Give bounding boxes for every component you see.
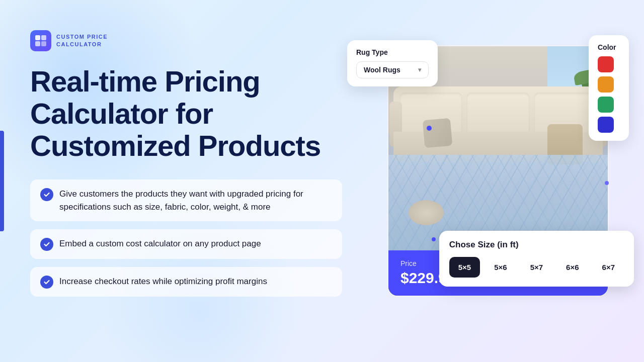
logo-area: CUSTOM PRICE CALCULATOR <box>30 30 342 51</box>
logo-text: CUSTOM PRICE CALCULATOR <box>56 33 108 49</box>
rug-type-value: Wool Rugs <box>364 66 400 74</box>
right-panel: Price $229.99 Rug Type Wool Rugs ▾ Color… <box>347 25 629 337</box>
size-card: Chose Size (in ft) 5×5 5×6 5×7 6×6 6×7 <box>439 231 634 287</box>
color-swatch-green[interactable] <box>598 97 614 113</box>
dropdown-arrow-icon: ▾ <box>418 66 421 73</box>
connector-dot-3 <box>432 237 436 241</box>
svg-rect-0 <box>35 35 40 40</box>
feature-text-2: Embed a custom cost calculator on any pr… <box>59 237 261 250</box>
features-list: Give customers the products they want wi… <box>30 179 342 297</box>
size-option-6x7[interactable]: 6×7 <box>593 257 624 278</box>
check-icon-2 <box>40 238 53 251</box>
color-label: Color <box>598 43 620 51</box>
size-option-5x5[interactable]: 5×5 <box>449 257 480 278</box>
svg-rect-1 <box>41 35 46 40</box>
color-swatch-orange[interactable] <box>598 76 614 93</box>
size-card-title: Chose Size (in ft) <box>449 240 624 250</box>
accent-bar <box>0 131 4 231</box>
size-options: 5×5 5×6 5×7 6×6 6×7 <box>449 257 624 278</box>
feature-item-2: Embed a custom cost calculator on any pr… <box>30 229 342 259</box>
feature-text-1: Give customers the products they want wi… <box>59 188 332 213</box>
feature-text-3: Increase checkout rates while optimizing… <box>59 275 267 288</box>
feature-item-1: Give customers the products they want wi… <box>30 179 342 221</box>
connector-dot-1 <box>427 126 432 131</box>
main-title: Real-time Pricing Calculator for Customi… <box>30 65 342 161</box>
color-swatch-blue[interactable] <box>598 117 614 133</box>
size-option-5x7[interactable]: 5×7 <box>521 257 552 278</box>
size-option-6x6[interactable]: 6×6 <box>557 257 588 278</box>
svg-rect-3 <box>41 41 46 46</box>
feature-item-3: Increase checkout rates while optimizing… <box>30 267 342 297</box>
check-icon-1 <box>40 188 53 201</box>
left-panel: CUSTOM PRICE CALCULATOR Real-time Pricin… <box>30 30 342 297</box>
size-option-5x6[interactable]: 5×6 <box>485 257 516 278</box>
svg-rect-2 <box>35 41 40 46</box>
check-icon-3 <box>40 276 53 289</box>
rug-type-label: Rug Type <box>356 48 429 56</box>
logo-icon <box>30 30 51 51</box>
rug-type-dropdown[interactable]: Wool Rugs ▾ <box>356 61 429 78</box>
rug-type-card: Rug Type Wool Rugs ▾ <box>347 40 438 86</box>
color-card: Color <box>589 35 629 141</box>
connector-dot-2 <box>605 181 609 185</box>
color-swatch-red[interactable] <box>598 56 614 72</box>
color-swatches <box>598 56 620 133</box>
